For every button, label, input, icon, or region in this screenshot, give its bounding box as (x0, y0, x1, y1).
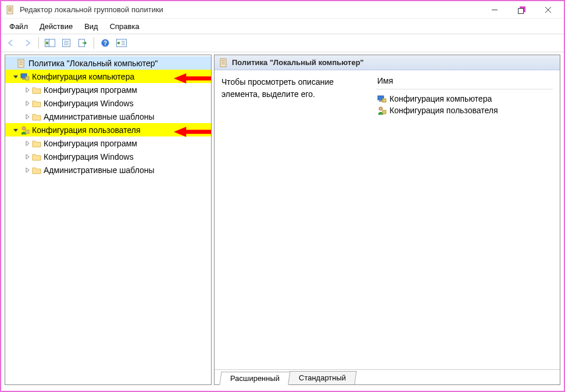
svg-point-30 (22, 127, 26, 130)
back-arrow-icon (6, 38, 16, 48)
properties-icon (62, 38, 71, 48)
menu-view[interactable]: Вид (80, 20, 103, 33)
folder-icon (32, 112, 41, 121)
minimize-button[interactable] (481, 2, 508, 18)
expander-closed-icon[interactable] (23, 139, 32, 148)
expander-open-icon[interactable] (11, 72, 20, 81)
list-item-label: Конфигурация компьютера (389, 94, 492, 103)
svg-rect-38 (382, 99, 386, 102)
tree-label: Политика "Локальный компьютер" (28, 59, 158, 68)
menu-action[interactable]: Действие (35, 20, 77, 33)
expander-closed-icon[interactable] (23, 112, 32, 121)
forward-arrow-icon (23, 38, 32, 48)
svg-rect-19 (117, 42, 120, 44)
expander-closed-icon[interactable] (23, 99, 32, 108)
user-icon (20, 125, 30, 135)
user-icon (377, 106, 387, 115)
menubar: Файл Действие Вид Справка (1, 19, 564, 34)
menu-help[interactable]: Справка (105, 20, 144, 33)
tab-bar: Расширенный Стандартный (214, 369, 560, 384)
tree-node-root[interactable]: Политика "Локальный компьютер" (5, 56, 211, 70)
tree-node-computer-config[interactable]: Конфигурация компьютера (5, 70, 211, 83)
tab-standard[interactable]: Стандартный (288, 371, 356, 384)
toolbar-help-button[interactable]: ? (98, 35, 113, 51)
list-item-computer-config[interactable]: Конфигурация компьютера (376, 93, 553, 105)
expander-icon[interactable] (8, 59, 17, 68)
svg-rect-40 (382, 110, 386, 114)
toolbar-forward-button[interactable] (20, 35, 35, 51)
list-item-user-config[interactable]: Конфигурация пользователя (376, 105, 553, 116)
computer-icon (377, 94, 387, 103)
tree-label: Конфигурация программ (44, 85, 137, 95)
expander-closed-icon[interactable] (23, 166, 32, 175)
restore-icon (516, 5, 527, 15)
tree-node-windows-config[interactable]: Конфигурация Windows (5, 96, 211, 110)
export-icon (78, 38, 87, 48)
window-title: Редактор локальной групповой политики (20, 5, 481, 14)
svg-rect-32 (220, 59, 226, 67)
toolbar-separator (38, 37, 39, 49)
restore-button[interactable] (508, 2, 535, 18)
svg-text:?: ? (103, 40, 107, 46)
tree-label: Административные шаблоны (44, 166, 155, 175)
toolbar-separator (94, 37, 94, 49)
details-title: Политика "Локальный компьютер" (232, 58, 364, 67)
folder-icon (32, 139, 41, 148)
expander-closed-icon[interactable] (23, 152, 32, 161)
tree-node-admin-templates[interactable]: Административные шаблоны (5, 163, 211, 177)
tree-label: Конфигурация программ (44, 139, 137, 148)
tab-extended[interactable]: Расширенный (219, 372, 290, 385)
column-header-name[interactable]: Имя (377, 76, 553, 85)
scroll-doc-icon (17, 59, 26, 68)
scroll-doc-icon (219, 58, 228, 67)
toolbar-properties-button[interactable] (59, 35, 74, 51)
details-header: Политика "Локальный компьютер" (214, 55, 560, 70)
svg-rect-37 (379, 100, 382, 102)
close-button[interactable] (535, 2, 562, 18)
list-item-label: Конфигурация пользователя (389, 106, 498, 115)
panel-icon (45, 38, 55, 48)
tree-node-admin-templates[interactable]: Административные шаблоны (5, 110, 211, 123)
folder-icon (32, 166, 41, 175)
folder-icon (32, 99, 41, 108)
svg-rect-10 (46, 42, 48, 44)
expander-open-icon[interactable] (11, 125, 20, 135)
help-icon: ? (101, 38, 110, 48)
details-pane: Политика "Локальный компьютер" Чтобы про… (214, 55, 560, 385)
svg-rect-28 (22, 78, 26, 80)
toolbar: ? (1, 34, 564, 52)
svg-rect-23 (18, 59, 24, 67)
tree-label: Конфигурация пользователя (32, 125, 141, 135)
titlebar: Редактор локальной групповой политики (1, 1, 564, 19)
toolbar-export-button[interactable] (75, 35, 90, 51)
computer-icon (20, 72, 30, 81)
tree-node-windows-config[interactable]: Конфигурация Windows (5, 150, 211, 163)
tree-node-user-config[interactable]: Конфигурация пользователя (5, 123, 211, 136)
tree-label: Конфигурация Windows (44, 152, 134, 161)
filter-icon (116, 38, 127, 48)
description-text: Чтобы просмотреть описание элемента, выд… (221, 76, 367, 366)
tree-node-software-config[interactable]: Конфигурация программ (5, 136, 211, 150)
tree-node-software-config[interactable]: Конфигурация программ (5, 83, 211, 96)
tree-pane[interactable]: Политика "Локальный компьютер" Конфигура… (5, 55, 212, 385)
tree-label: Административные шаблоны (44, 112, 155, 121)
expander-closed-icon[interactable] (23, 85, 32, 95)
folder-icon (32, 85, 41, 95)
tree-label: Конфигурация Windows (44, 99, 134, 108)
svg-rect-31 (26, 130, 29, 134)
toolbar-filter-button[interactable] (114, 35, 129, 51)
tree-label: Конфигурация компьютера (32, 72, 134, 81)
toolbar-back-button[interactable] (3, 35, 19, 51)
app-icon (6, 5, 15, 15)
folder-icon (32, 152, 41, 161)
menu-file[interactable]: Файл (5, 20, 33, 33)
svg-rect-29 (26, 77, 29, 80)
toolbar-show-hide-tree-button[interactable] (42, 35, 58, 51)
svg-point-39 (379, 107, 382, 110)
